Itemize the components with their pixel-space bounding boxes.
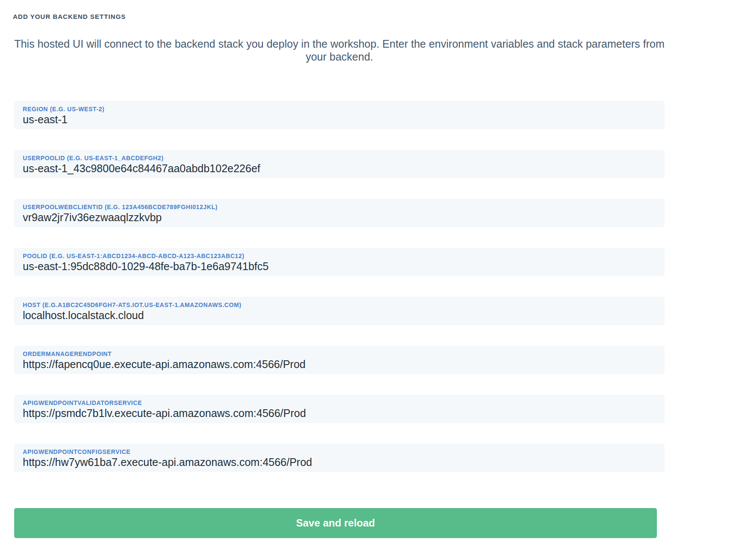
userpoolwebclientid-label: USERPOOLWEBCLIENTID (E.G. 123A456BCDE789… bbox=[23, 204, 656, 210]
host-field: HOST (E.G.A1BC2C45D6FGH7-ATS.IOT.US-EAST… bbox=[14, 297, 665, 325]
apigwendpointconfigservice-input[interactable] bbox=[23, 456, 656, 469]
poolid-input[interactable] bbox=[23, 260, 656, 273]
fields-list: REGION (E.G. US-WEST-2) USERPOOLID (E.G.… bbox=[14, 101, 665, 472]
poolid-label: POOLID (E.G. US-EAST-1:ABCD1234-ABCD-ABC… bbox=[23, 253, 656, 259]
apigwendpointconfigservice-field: APIGWENDPOINTCONFIGSERVICE bbox=[14, 444, 665, 472]
apigwendpointvalidatorservice-input[interactable] bbox=[23, 407, 656, 420]
apigwendpointvalidatorservice-field: APIGWENDPOINTVALIDATORSERVICE bbox=[14, 395, 665, 423]
poolid-field: POOLID (E.G. US-EAST-1:ABCD1234-ABCD-ABC… bbox=[14, 248, 665, 276]
userpoolwebclientid-input[interactable] bbox=[23, 211, 656, 224]
region-field: REGION (E.G. US-WEST-2) bbox=[14, 101, 665, 129]
userpoolid-label: USERPOOLID (E.G. US-EAST-1_ABCDEFGH2) bbox=[23, 155, 656, 161]
save-and-reload-button[interactable]: Save and reload bbox=[14, 508, 657, 538]
host-input[interactable] bbox=[23, 309, 656, 322]
region-label: REGION (E.G. US-WEST-2) bbox=[23, 106, 656, 113]
page-title: ADD YOUR BACKEND SETTINGS bbox=[13, 13, 665, 20]
host-label: HOST (E.G.A1BC2C45D6FGH7-ATS.IOT.US-EAST… bbox=[23, 301, 656, 308]
userpoolid-field: USERPOOLID (E.G. US-EAST-1_ABCDEFGH2) bbox=[14, 150, 665, 178]
ordermanagerendpoint-label: ORDERMANAGERENDPOINT bbox=[23, 350, 656, 357]
userpoolwebclientid-field: USERPOOLWEBCLIENTID (E.G. 123A456BCDE789… bbox=[14, 199, 665, 227]
page-description: This hosted UI will connect to the backe… bbox=[14, 37, 665, 63]
region-input[interactable] bbox=[23, 113, 656, 126]
userpoolid-input[interactable] bbox=[23, 162, 656, 175]
backend-settings-form: ADD YOUR BACKEND SETTINGS This hosted UI… bbox=[14, 13, 665, 538]
ordermanagerendpoint-input[interactable] bbox=[23, 358, 656, 371]
ordermanagerendpoint-field: ORDERMANAGERENDPOINT bbox=[14, 346, 665, 374]
apigwendpointconfigservice-label: APIGWENDPOINTCONFIGSERVICE bbox=[23, 448, 656, 455]
apigwendpointvalidatorservice-label: APIGWENDPOINTVALIDATORSERVICE bbox=[23, 399, 656, 406]
